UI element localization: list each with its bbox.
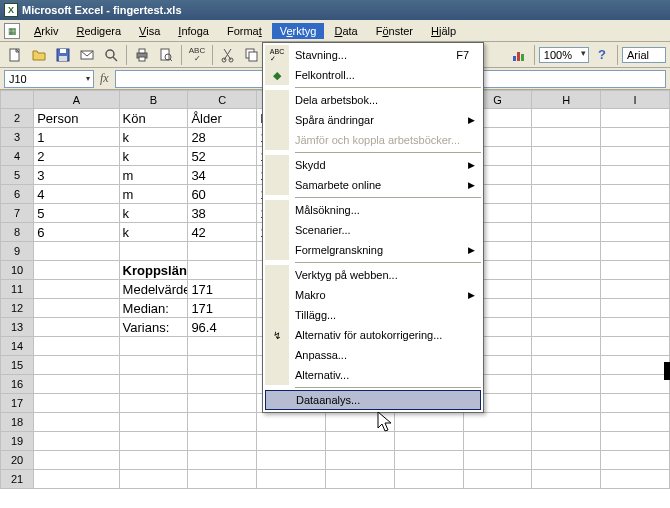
cell[interactable] bbox=[463, 451, 532, 470]
cell[interactable] bbox=[463, 470, 532, 489]
cell[interactable]: 4 bbox=[34, 185, 119, 204]
cell[interactable]: 6 bbox=[34, 223, 119, 242]
cell[interactable] bbox=[601, 356, 670, 375]
cell[interactable] bbox=[532, 375, 601, 394]
cell[interactable] bbox=[532, 337, 601, 356]
menu-visa[interactable]: Visa bbox=[131, 23, 168, 39]
cell[interactable] bbox=[325, 451, 394, 470]
row-header[interactable]: 6 bbox=[1, 185, 34, 204]
cut-button[interactable] bbox=[217, 44, 239, 66]
menu-fonster[interactable]: Fönster bbox=[368, 23, 421, 39]
menu-redigera[interactable]: Redigera bbox=[68, 23, 129, 39]
row-header[interactable]: 14 bbox=[1, 337, 34, 356]
cell[interactable]: k bbox=[119, 128, 188, 147]
cell[interactable] bbox=[601, 147, 670, 166]
cell[interactable] bbox=[532, 432, 601, 451]
row-header[interactable]: 9 bbox=[1, 242, 34, 261]
cell[interactable] bbox=[34, 470, 119, 489]
cell[interactable] bbox=[119, 242, 188, 261]
cell[interactable]: Kön bbox=[119, 109, 188, 128]
cell[interactable] bbox=[257, 413, 326, 432]
cell[interactable] bbox=[34, 356, 119, 375]
cell[interactable] bbox=[601, 451, 670, 470]
cell[interactable] bbox=[394, 413, 463, 432]
help-button[interactable]: ? bbox=[591, 44, 613, 66]
row-header[interactable]: 15 bbox=[1, 356, 34, 375]
cell[interactable]: k bbox=[119, 204, 188, 223]
menu-format[interactable]: Format bbox=[219, 23, 270, 39]
cell[interactable] bbox=[188, 413, 257, 432]
menu-arkiv[interactable]: Arkiv bbox=[26, 23, 66, 39]
cell[interactable] bbox=[601, 299, 670, 318]
menu-item-verktyg-på-webben[interactable]: Verktyg på webben... bbox=[265, 265, 481, 285]
row-header[interactable]: 18 bbox=[1, 413, 34, 432]
row-header[interactable]: 17 bbox=[1, 394, 34, 413]
menu-item-samarbete-online[interactable]: Samarbete online▶ bbox=[265, 175, 481, 195]
cell[interactable] bbox=[119, 413, 188, 432]
row-header[interactable]: 10 bbox=[1, 261, 34, 280]
cell[interactable] bbox=[188, 337, 257, 356]
cell[interactable] bbox=[463, 413, 532, 432]
menu-item-tillägg[interactable]: Tillägg... bbox=[265, 305, 481, 325]
cell[interactable]: 171 bbox=[188, 280, 257, 299]
cell[interactable] bbox=[34, 451, 119, 470]
cell[interactable] bbox=[188, 375, 257, 394]
cell[interactable] bbox=[532, 166, 601, 185]
cell[interactable] bbox=[601, 166, 670, 185]
cell[interactable] bbox=[325, 470, 394, 489]
cell[interactable] bbox=[601, 470, 670, 489]
menu-item-dataanalys[interactable]: Dataanalys... bbox=[265, 390, 481, 410]
menu-item-makro[interactable]: Makro▶ bbox=[265, 285, 481, 305]
cell[interactable]: k bbox=[119, 147, 188, 166]
cell[interactable]: 1 bbox=[34, 128, 119, 147]
copy-button[interactable] bbox=[241, 44, 263, 66]
zoom-select[interactable]: 100% bbox=[539, 47, 589, 63]
workbook-icon[interactable]: ▦ bbox=[4, 23, 20, 39]
cell[interactable]: 5 bbox=[34, 204, 119, 223]
cell[interactable] bbox=[34, 394, 119, 413]
new-button[interactable] bbox=[4, 44, 26, 66]
cell[interactable] bbox=[325, 432, 394, 451]
cell[interactable] bbox=[532, 394, 601, 413]
cell[interactable]: 34 bbox=[188, 166, 257, 185]
cell[interactable] bbox=[601, 109, 670, 128]
col-header-I[interactable]: I bbox=[601, 91, 670, 109]
cell[interactable] bbox=[34, 432, 119, 451]
cell[interactable] bbox=[188, 432, 257, 451]
row-header[interactable]: 8 bbox=[1, 223, 34, 242]
cell[interactable] bbox=[34, 318, 119, 337]
cell[interactable] bbox=[601, 413, 670, 432]
cell[interactable] bbox=[119, 356, 188, 375]
cell[interactable] bbox=[532, 280, 601, 299]
cell[interactable] bbox=[119, 394, 188, 413]
row-header[interactable]: 20 bbox=[1, 451, 34, 470]
font-select[interactable]: Arial bbox=[622, 47, 666, 63]
cell[interactable] bbox=[34, 375, 119, 394]
menu-item-scenarier[interactable]: Scenarier... bbox=[265, 220, 481, 240]
cell[interactable] bbox=[463, 432, 532, 451]
cell[interactable] bbox=[34, 280, 119, 299]
cell[interactable]: k bbox=[119, 223, 188, 242]
cell[interactable] bbox=[532, 223, 601, 242]
chart-button[interactable] bbox=[508, 44, 530, 66]
cell[interactable]: 28 bbox=[188, 128, 257, 147]
cell[interactable] bbox=[601, 432, 670, 451]
cell[interactable] bbox=[34, 242, 119, 261]
menu-item-anpassa[interactable]: Anpassa... bbox=[265, 345, 481, 365]
cell[interactable] bbox=[394, 432, 463, 451]
cell[interactable] bbox=[601, 375, 670, 394]
cell[interactable] bbox=[34, 261, 119, 280]
cell[interactable] bbox=[257, 470, 326, 489]
cell[interactable] bbox=[532, 128, 601, 147]
row-header[interactable]: 19 bbox=[1, 432, 34, 451]
cell[interactable] bbox=[532, 261, 601, 280]
cell[interactable]: Medelvärde: bbox=[119, 280, 188, 299]
menu-item-skydd[interactable]: Skydd▶ bbox=[265, 155, 481, 175]
fx-icon[interactable]: fx bbox=[100, 71, 109, 86]
row-header[interactable]: 7 bbox=[1, 204, 34, 223]
cell[interactable]: 96.4 bbox=[188, 318, 257, 337]
cell[interactable] bbox=[532, 451, 601, 470]
cell[interactable]: 60 bbox=[188, 185, 257, 204]
cell[interactable] bbox=[119, 470, 188, 489]
search-button[interactable] bbox=[100, 44, 122, 66]
